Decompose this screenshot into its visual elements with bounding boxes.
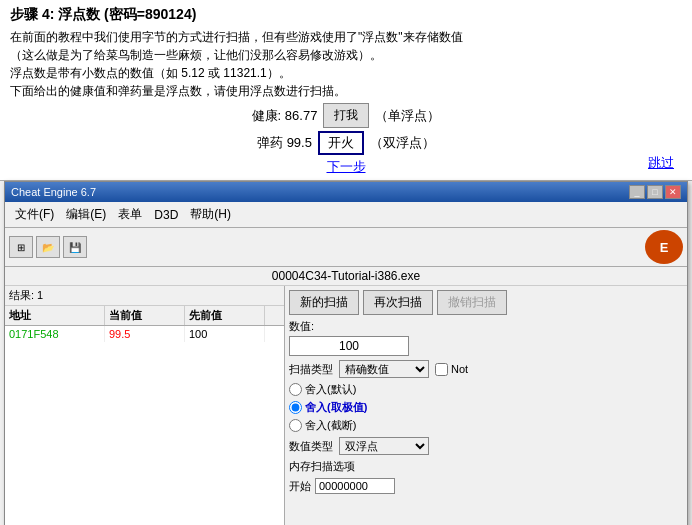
- result-count: 结果: 1: [5, 286, 284, 306]
- ce-logo: E: [645, 230, 683, 264]
- value-label: 数值:: [289, 319, 683, 334]
- menu-edit[interactable]: 编辑(E): [60, 204, 112, 225]
- jump-button[interactable]: 跳过: [648, 154, 674, 172]
- tutorial-text-3: 浮点数是带有小数点的数值（如 5.12 或 11321.1）。: [10, 64, 682, 82]
- close-button[interactable]: ✕: [665, 185, 681, 199]
- health-row: 健康: 86.77 打我 （单浮点）: [10, 103, 682, 128]
- radio-truncate: 舍入(取极值): [289, 400, 367, 415]
- addr-column-headers: 地址 当前值 先前值: [5, 306, 284, 326]
- ce-filename: 00004C34-Tutorial-i386.exe: [5, 267, 687, 286]
- data-type-select[interactable]: 双浮点: [339, 437, 429, 455]
- tutorial-bottom-row: 下一步 跳过: [10, 158, 682, 176]
- addr-col-address: 地址: [5, 306, 105, 325]
- hit-me-button[interactable]: 打我: [323, 103, 369, 128]
- ce-window-frame: Cheat Engine 6.7 _ □ ✕ 文件(F) 编辑(E) 表单 D3…: [4, 181, 688, 525]
- maximize-button[interactable]: □: [647, 185, 663, 199]
- cell-previous: 100: [185, 326, 265, 342]
- scan-type-label: 扫描类型: [289, 362, 333, 377]
- data-type-row: 数值类型 双浮点: [289, 437, 683, 455]
- toolbar-btn-1[interactable]: ⊞: [9, 236, 33, 258]
- menu-help[interactable]: 帮助(H): [184, 204, 237, 225]
- minimize-button[interactable]: _: [629, 185, 645, 199]
- tutorial-text-1: 在前面的教程中我们使用字节的方式进行扫描，但有些游戏使用了"浮点数"来存储数值: [10, 28, 682, 46]
- data-type-label: 数值类型: [289, 439, 333, 454]
- value-input[interactable]: [289, 336, 409, 356]
- ce-main-area: 结果: 1 地址 当前值 先前值 0171F548 99.5 100 新的扫描 …: [5, 286, 687, 525]
- start-input[interactable]: [315, 478, 395, 494]
- next-button[interactable]: 下一步: [327, 158, 366, 176]
- menu-file[interactable]: 文件(F): [9, 204, 60, 225]
- ammo-label: 弹药 99.5: [257, 134, 312, 152]
- radio-options-area: 舍入(默认) 舍入(取极值) 舍入(截断): [289, 382, 683, 433]
- radio-group: 舍入(默认) 舍入(取极值) 舍入(截断): [289, 382, 367, 433]
- window-controls: _ □ ✕: [629, 185, 681, 199]
- radio-default: 舍入(默认): [289, 382, 367, 397]
- ammo-hint: （双浮点）: [370, 134, 435, 152]
- tutorial-title: 步骤 4: 浮点数 (密码=890124): [10, 6, 682, 24]
- new-scan-button[interactable]: 新的扫描: [289, 290, 359, 315]
- cancel-scan-button[interactable]: 撤销扫描: [437, 290, 507, 315]
- cell-current: 99.5: [105, 326, 185, 342]
- toolbar-btn-2[interactable]: 📂: [36, 236, 60, 258]
- menu-table[interactable]: 表单: [112, 204, 148, 225]
- tutorial-panel: 步骤 4: 浮点数 (密码=890124) 在前面的教程中我们使用字节的方式进行…: [0, 0, 692, 181]
- tutorial-text-2: （这么做是为了给菜鸟制造一些麻烦，让他们没那么容易修改游戏）。: [10, 46, 682, 64]
- fire-button[interactable]: 开火: [318, 131, 364, 155]
- not-checkbox-item: Not: [435, 363, 468, 376]
- ammo-row: 弹药 99.5 开火 （双浮点）: [10, 131, 682, 155]
- rescan-button[interactable]: 再次扫描: [363, 290, 433, 315]
- start-label: 开始: [289, 479, 311, 494]
- cell-address: 0171F548: [5, 326, 105, 342]
- start-row: 开始: [289, 478, 683, 494]
- tutorial-text-4: 下面给出的健康值和弹药量是浮点数，请使用浮点数进行扫描。: [10, 82, 610, 100]
- radio-round-cut-label: 舍入(截断): [305, 418, 356, 433]
- toolbar-btn-3[interactable]: 💾: [63, 236, 87, 258]
- scan-buttons-row: 新的扫描 再次扫描 撤销扫描: [289, 290, 683, 315]
- health-label: 健康: 86.77: [252, 107, 318, 125]
- radio-truncate-label: 舍入(取极值): [305, 400, 367, 415]
- scan-type-row: 扫描类型 精确数值 Not: [289, 360, 683, 378]
- table-row[interactable]: 0171F548 99.5 100: [5, 326, 284, 342]
- radio-round-cut: 舍入(截断): [289, 418, 367, 433]
- ce-toolbar: ⊞ 📂 💾 E: [5, 228, 687, 267]
- not-label: Not: [451, 363, 468, 375]
- addr-col-current: 当前值: [105, 306, 185, 325]
- addr-col-previous: 先前值: [185, 306, 265, 325]
- scan-type-select[interactable]: 精确数值: [339, 360, 429, 378]
- ce-title: Cheat Engine 6.7: [11, 186, 96, 198]
- address-panel: 结果: 1 地址 当前值 先前值 0171F548 99.5 100: [5, 286, 285, 525]
- menu-d3d[interactable]: D3D: [148, 206, 184, 224]
- ce-titlebar: Cheat Engine 6.7 _ □ ✕: [5, 182, 687, 202]
- cheat-engine-window: Cheat Engine 6.7 _ □ ✕ 文件(F) 编辑(E) 表单 D3…: [4, 181, 688, 525]
- radio-round-cut-input[interactable]: [289, 419, 302, 432]
- health-hint: （单浮点）: [375, 107, 440, 125]
- mem-scan-label: 内存扫描选项: [289, 459, 355, 474]
- radio-default-label: 舍入(默认): [305, 382, 356, 397]
- mem-scan-row: 内存扫描选项: [289, 459, 683, 474]
- ce-menubar: 文件(F) 编辑(E) 表单 D3D 帮助(H): [5, 202, 687, 228]
- scan-panel: 新的扫描 再次扫描 撤销扫描 数值: 扫描类型 精确数值 Not: [285, 286, 687, 525]
- radio-default-input[interactable]: [289, 383, 302, 396]
- radio-truncate-input[interactable]: [289, 401, 302, 414]
- not-checkbox[interactable]: [435, 363, 448, 376]
- value-row: 数值:: [289, 319, 683, 356]
